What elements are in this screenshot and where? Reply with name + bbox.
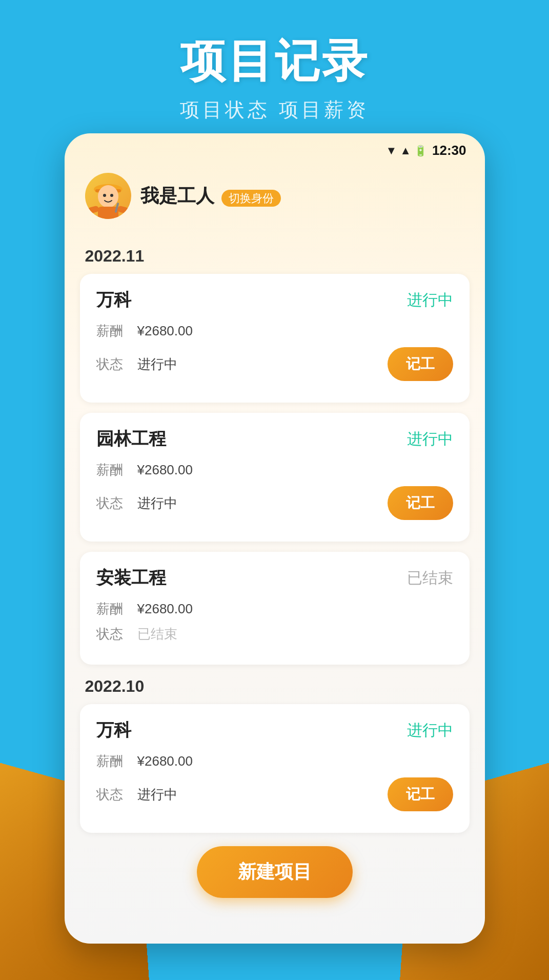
project-status: 已结束	[407, 568, 453, 589]
svg-rect-6	[87, 205, 99, 214]
salary-row: 薪酬 ¥2680.00	[96, 322, 453, 340]
project-card-0-0: 万科 进行中 薪酬 ¥2680.00 状态 进行中 记工	[80, 274, 470, 403]
avatar	[85, 173, 131, 219]
ji-gong-button[interactable]: 记工	[388, 777, 453, 811]
battery-icon: 🔋	[414, 145, 427, 157]
svg-point-3	[103, 194, 106, 197]
signal-icon: ▲	[400, 144, 411, 157]
state-row: 状态 已结束	[96, 625, 453, 643]
state-label: 状态	[96, 625, 137, 643]
project-card-0-2: 安装工程 已结束 薪酬 ¥2680.00 状态 已结束	[80, 552, 470, 665]
svg-point-4	[110, 194, 113, 197]
state-label: 状态	[96, 494, 137, 512]
state-value: 进行中	[137, 494, 388, 512]
salary-label: 薪酬	[96, 752, 137, 770]
project-status: 进行中	[407, 429, 453, 450]
svg-rect-7	[116, 205, 129, 214]
ji-gong-button[interactable]: 记工	[388, 347, 453, 381]
worker-avatar-svg	[85, 173, 131, 219]
ji-gong-button[interactable]: 记工	[388, 486, 453, 520]
salary-value: ¥2680.00	[137, 601, 453, 617]
state-row: 状态 进行中 记工	[96, 777, 453, 811]
state-value: 进行中	[137, 355, 388, 373]
project-name: 园林工程	[96, 427, 166, 451]
profile-name: 我是工人	[140, 185, 214, 206]
main-title: 项目记录	[0, 31, 549, 92]
salary-value: ¥2680.00	[137, 462, 453, 478]
status-bar: ▼ ▲ 🔋 12:30	[65, 133, 485, 163]
state-value: 已结束	[137, 625, 453, 643]
new-project-btn-wrap: 新建项目	[197, 846, 353, 898]
profile-info: 我是工人 切换身份	[140, 184, 281, 209]
salary-value: ¥2680.00	[137, 323, 453, 339]
phone-frame: ▼ ▲ 🔋 12:30	[65, 133, 485, 944]
project-name: 万科	[96, 288, 131, 312]
time-display: 12:30	[432, 143, 466, 158]
sub-title: 项目状态 项目薪资	[0, 97, 549, 123]
project-name: 万科	[96, 718, 131, 742]
salary-row: 薪酬 ¥2680.00	[96, 752, 453, 770]
state-row: 状态 进行中 记工	[96, 347, 453, 381]
salary-label: 薪酬	[96, 461, 137, 479]
content-area: 2022.11 万科 进行中 薪酬 ¥2680.00 状态 进行中 记工 园林工…	[65, 247, 485, 864]
month-header-1: 2022.10	[85, 677, 470, 696]
state-value: 进行中	[137, 786, 388, 804]
hero-area: 项目记录 项目状态 项目薪资	[0, 0, 549, 138]
svg-point-2	[98, 185, 118, 208]
card-header: 万科 进行中	[96, 718, 453, 742]
switch-identity-badge[interactable]: 切换身份	[221, 190, 281, 207]
salary-row: 薪酬 ¥2680.00	[96, 461, 453, 479]
new-project-button[interactable]: 新建项目	[197, 846, 353, 898]
project-card-1-0: 万科 进行中 薪酬 ¥2680.00 状态 进行中 记工	[80, 704, 470, 833]
state-label: 状态	[96, 786, 137, 804]
svg-rect-5	[98, 207, 118, 219]
project-name: 安装工程	[96, 566, 166, 590]
salary-row: 薪酬 ¥2680.00	[96, 600, 453, 618]
profile-area: 我是工人 切换身份	[65, 163, 485, 234]
project-card-0-1: 园林工程 进行中 薪酬 ¥2680.00 状态 进行中 记工	[80, 413, 470, 542]
salary-label: 薪酬	[96, 322, 137, 340]
card-header: 万科 进行中	[96, 288, 453, 312]
state-row: 状态 进行中 记工	[96, 486, 453, 520]
card-header: 园林工程 进行中	[96, 427, 453, 451]
status-icons: ▼ ▲ 🔋 12:30	[385, 143, 466, 158]
salary-value: ¥2680.00	[137, 753, 453, 769]
card-header: 安装工程 已结束	[96, 566, 453, 590]
project-status: 进行中	[407, 720, 453, 741]
project-status: 进行中	[407, 290, 453, 311]
state-label: 状态	[96, 355, 137, 373]
salary-label: 薪酬	[96, 600, 137, 618]
month-header-0: 2022.11	[85, 247, 470, 266]
wifi-icon: ▼	[385, 144, 397, 157]
